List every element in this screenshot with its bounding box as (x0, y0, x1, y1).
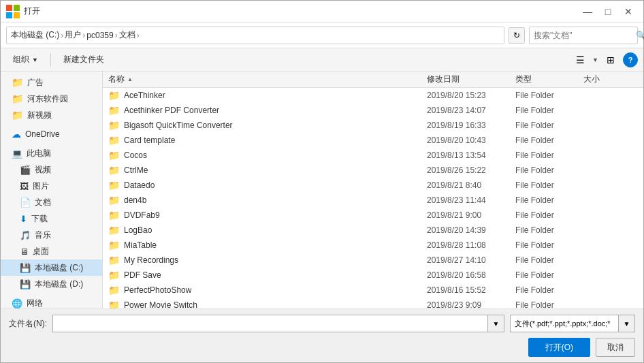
table-row[interactable]: 📁 PDF Save 2019/8/20 16:58 File Folder (103, 268, 643, 283)
column-header-name[interactable]: 名称 ▲ (108, 74, 427, 85)
file-name-text: Dataedo (124, 180, 155, 190)
sidebar-item-ad[interactable]: 📁 广告 (1, 74, 102, 91)
onedrive-icon: ☁ (12, 129, 21, 140)
sort-arrow-icon: ▲ (127, 76, 133, 82)
table-row[interactable]: 📁 den4b 2019/8/23 11:44 File Folder (103, 193, 643, 208)
address-part-1: 本地磁盘 (C:) (11, 29, 59, 41)
search-input[interactable] (534, 31, 636, 40)
file-name-text: DVDFab9 (124, 210, 160, 220)
refresh-button[interactable]: ↻ (509, 27, 525, 44)
folder-icon: 📁 (108, 300, 120, 309)
file-name-cell: 📁 Dataedo (108, 180, 427, 191)
sidebar-item-label: 网络 (27, 298, 43, 309)
maximize-button[interactable]: □ (598, 3, 617, 20)
toolbar-separator (50, 53, 51, 67)
table-row[interactable]: 📁 Power Movie Switch 2019/8/23 9:09 File… (103, 298, 643, 309)
table-row[interactable]: 📁 Acethinker PDF Converter 2019/8/23 14:… (103, 103, 643, 118)
file-date: 2019/8/28 11:08 (427, 240, 515, 250)
file-type: File Folder (515, 106, 583, 115)
file-name-cell: 📁 My Recordings (108, 255, 427, 266)
table-row[interactable]: 📁 CtrlMe 2019/8/26 15:22 File Folder (103, 163, 643, 178)
file-date: 2019/8/20 10:43 (427, 136, 515, 145)
minimize-button[interactable]: — (578, 3, 597, 20)
bottom-bar: 文件名(N): ▼ 文件(*.pdf;*.ppt;*.pptx;*.doc;* … (1, 309, 643, 362)
sidebar-item-newvideo[interactable]: 📁 新视频 (1, 107, 102, 123)
table-row[interactable]: 📁 Bigasoft QuickTime Converter 2019/8/19… (103, 118, 643, 133)
sidebar-item-desktop[interactable]: 🖥 桌面 (1, 243, 102, 259)
sidebar-item-onedrive[interactable]: ☁ OneDrive (1, 126, 102, 142)
music-icon: 🎵 (20, 230, 31, 240)
window-controls: — □ ✕ (578, 3, 638, 20)
sidebar-item-downloads[interactable]: ⬇ 下载 (1, 210, 102, 227)
file-name-cell: 📁 Card template (108, 135, 427, 146)
address-part-4: 文档 (119, 29, 135, 41)
table-row[interactable]: 📁 DVDFab9 2019/8/21 9:00 File Folder (103, 208, 643, 223)
sidebar-item-label: 文档 (35, 197, 51, 208)
column-header-date[interactable]: 修改日期 (427, 74, 515, 85)
file-name-cell: 📁 MiaTable (108, 240, 427, 251)
file-type: File Folder (515, 136, 583, 145)
sidebar-item-drive-d[interactable]: 💾 本地磁盘 (D:) (1, 276, 102, 292)
pc-icon: 💻 (12, 148, 22, 159)
sidebar-item-drive-c[interactable]: 💾 本地磁盘 (C:) (1, 259, 102, 276)
file-name-text: MiaTable (124, 240, 157, 250)
file-type: File Folder (515, 195, 583, 205)
file-name-text: Power Movie Switch (124, 300, 197, 309)
table-row[interactable]: 📁 PerfectPhotoShow 2019/8/16 15:52 File … (103, 283, 643, 298)
sidebar-item-music[interactable]: 🎵 音乐 (1, 227, 102, 243)
sidebar: 📁 广告 📁 河东软件园 📁 新视频 ☁ OneDrive 💻 此电脑 🎬 (1, 72, 103, 309)
file-type: File Folder (515, 180, 583, 190)
view-grid-button[interactable]: ⊞ (601, 52, 620, 68)
sidebar-item-network[interactable]: 🌐 网络 (1, 295, 102, 309)
file-date: 2019/8/21 8:40 (427, 180, 515, 190)
folder-icon: 📁 (108, 135, 120, 146)
column-header-type[interactable]: 类型 (515, 74, 583, 85)
view-list-button[interactable]: ☰ (570, 52, 590, 68)
folder-icon: 📁 (12, 93, 23, 104)
file-name-cell: 📁 LogBao (108, 225, 427, 236)
folder-icon: 📁 (108, 195, 120, 206)
search-box[interactable]: 🔍 (529, 27, 638, 44)
sidebar-item-label: 视频 (35, 164, 51, 176)
close-button[interactable]: ✕ (619, 3, 638, 20)
table-row[interactable]: 📁 MiaTable 2019/8/28 11:08 File Folder (103, 238, 643, 253)
table-row[interactable]: 📁 Cocos 2019/8/13 13:54 File Folder (103, 148, 643, 163)
file-type: File Folder (515, 121, 583, 130)
file-name-text: AceThinker (124, 91, 165, 100)
address-bar-row: 本地磁盘 (C:) › 用户 › pc0359 › 文档 › ↻ 🔍 (1, 22, 643, 48)
new-folder-button[interactable]: 新建文件夹 (57, 51, 111, 69)
sidebar-item-pictures[interactable]: 🖼 图片 (1, 178, 102, 194)
open-button[interactable]: 打开(O) (528, 338, 590, 357)
help-button[interactable]: ? (623, 52, 638, 67)
folder-icon: 📁 (108, 270, 120, 281)
file-name-text: Bigasoft QuickTime Converter (124, 121, 233, 130)
file-type: File Folder (515, 285, 583, 295)
address-bar[interactable]: 本地磁盘 (C:) › 用户 › pc0359 › 文档 › (6, 27, 504, 44)
table-row[interactable]: 📁 LogBao 2019/8/20 14:39 File Folder (103, 223, 643, 238)
sidebar-item-label: 音乐 (35, 230, 51, 241)
sidebar-item-documents[interactable]: 📄 文档 (1, 194, 102, 210)
sidebar-item-label: 本地磁盘 (C:) (35, 262, 83, 274)
table-row[interactable]: 📁 AceThinker 2019/8/20 15:23 File Folder (103, 88, 643, 103)
sidebar-item-video[interactable]: 🎬 视频 (1, 161, 102, 178)
filename-input[interactable] (52, 315, 488, 332)
table-row[interactable]: 📁 My Recordings 2019/8/27 14:10 File Fol… (103, 253, 643, 268)
sidebar-item-thispc[interactable]: 💻 此电脑 (1, 145, 102, 161)
filename-row: 文件名(N): ▼ 文件(*.pdf;*.ppt;*.pptx;*.doc;* … (9, 315, 635, 332)
file-type: File Folder (515, 151, 583, 160)
filetype-dropdown-button[interactable]: ▼ (619, 315, 635, 332)
filename-dropdown-button[interactable]: ▼ (488, 315, 504, 332)
file-name-cell: 📁 CtrlMe (108, 165, 427, 176)
file-type: File Folder (515, 210, 583, 220)
organize-button[interactable]: 组织 ▼ (6, 51, 45, 69)
file-date: 2019/8/23 11:44 (427, 195, 515, 205)
sidebar-item-label: 新视频 (27, 110, 52, 121)
table-row[interactable]: 📁 Card template 2019/8/20 10:43 File Fol… (103, 133, 643, 148)
network-icon: 🌐 (12, 298, 22, 309)
table-row[interactable]: 📁 Dataedo 2019/8/21 8:40 File Folder (103, 178, 643, 193)
cancel-button[interactable]: 取消 (596, 338, 635, 357)
column-header-size[interactable]: 大小 (583, 74, 638, 85)
sidebar-item-label: 下载 (31, 213, 48, 225)
sidebar-item-label: 本地磁盘 (D:) (35, 279, 83, 290)
sidebar-item-hedong[interactable]: 📁 河东软件园 (1, 91, 102, 107)
